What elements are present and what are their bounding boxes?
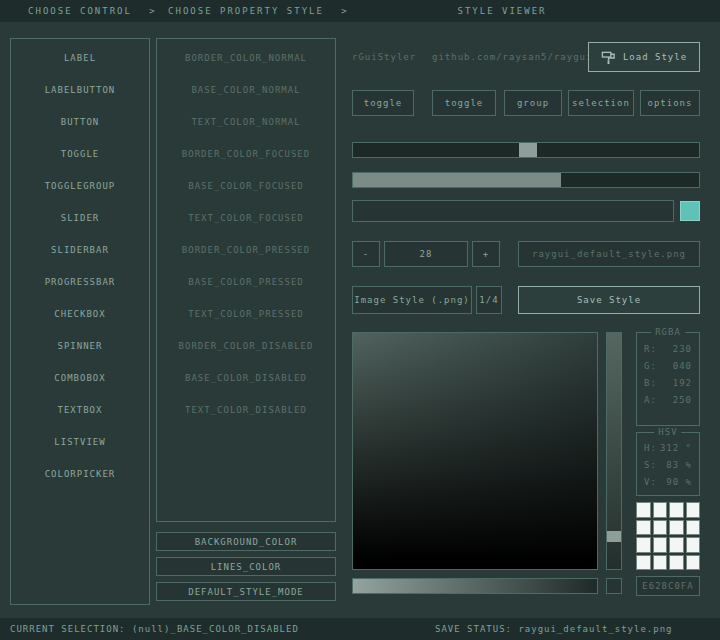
image-style-button[interactable]: Image Style (.png) <box>352 286 472 314</box>
hue-slider[interactable] <box>606 332 622 570</box>
property-item-border-color-pressed[interactable]: BORDER_COLOR_PRESSED <box>157 238 335 263</box>
lines-color-button[interactable]: LINES_COLOR <box>156 557 336 576</box>
palette-cell[interactable] <box>636 555 651 571</box>
header-bar: CHOOSE CONTROL > CHOOSE PROPERTY STYLE >… <box>0 0 720 22</box>
alpha-slider[interactable] <box>352 578 598 594</box>
control-item-colorpicker[interactable]: COLORPICKER <box>11 462 149 487</box>
hsv-hue-row: H: 312 ° <box>637 440 699 457</box>
text-input[interactable] <box>352 200 674 222</box>
property-item-text-color-disabled[interactable]: TEXT_COLOR_DISABLED <box>157 398 335 423</box>
rgba-red-value: 230 <box>673 341 692 358</box>
hue-slider-handle[interactable] <box>607 531 621 542</box>
palette-cell[interactable] <box>669 555 684 571</box>
property-item-border-color-normal[interactable]: BORDER_COLOR_NORMAL <box>157 46 335 71</box>
property-item-base-color-focused[interactable]: BASE_COLOR_FOCUSED <box>157 174 335 199</box>
control-item-sliderbar[interactable]: SLIDERBAR <box>11 238 149 263</box>
rgba-blue-row: B: 192 <box>637 375 699 392</box>
rgba-blue-value: 192 <box>673 375 692 392</box>
control-item-listview[interactable]: LISTVIEW <box>11 430 149 455</box>
property-item-base-color-pressed[interactable]: BASE_COLOR_PRESSED <box>157 270 335 295</box>
palette-cell[interactable] <box>686 520 701 536</box>
current-selection-status: CURRENT SELECTION: (null)_BASE_COLOR_DIS… <box>10 618 299 640</box>
palette-cell[interactable] <box>636 537 651 553</box>
default-style-mode-button[interactable]: DEFAULT_STYLE_MODE <box>156 582 336 601</box>
repo-link[interactable]: github.com/raysan5/raygui <box>432 52 592 62</box>
rgba-alpha-label: A: <box>644 392 657 409</box>
rgba-green-label: G: <box>644 358 657 375</box>
control-item-spinner[interactable]: SPINNER <box>11 334 149 359</box>
palette-cell[interactable] <box>653 555 668 571</box>
spinner-plus-button[interactable]: + <box>472 241 500 267</box>
slider-bar-fill <box>353 173 561 187</box>
toggle-button-selection[interactable]: selection <box>568 90 634 116</box>
brand-label: rGuiStyler <box>352 52 416 62</box>
palette-cell[interactable] <box>653 537 668 553</box>
palette-cell[interactable] <box>686 555 701 571</box>
hsv-saturation-label: S: <box>644 457 657 474</box>
property-item-border-color-disabled[interactable]: BORDER_COLOR_DISABLED <box>157 334 335 359</box>
load-style-label: Load Style <box>623 52 687 62</box>
spinner-minus-button[interactable]: - <box>352 241 380 267</box>
rgba-title: RGBA <box>651 327 685 338</box>
alpha-checkbox[interactable] <box>606 578 622 594</box>
property-list: BORDER_COLOR_NORMAL BASE_COLOR_NORMAL TE… <box>156 38 336 522</box>
slider-handle[interactable] <box>519 143 537 157</box>
palette-cell[interactable] <box>636 502 651 518</box>
palette-cell[interactable] <box>653 502 668 518</box>
control-item-toggle[interactable]: TOGGLE <box>11 142 149 167</box>
style-filename-input[interactable]: raygui_default_style.png <box>518 241 700 267</box>
rgba-alpha-value: 250 <box>673 392 692 409</box>
rgba-green-row: G: 040 <box>637 358 699 375</box>
hex-color-input[interactable]: E628C0FA <box>636 576 700 596</box>
header-choose-control: CHOOSE CONTROL <box>10 0 150 22</box>
rgba-alpha-row: A: 250 <box>637 392 699 409</box>
palette-cell[interactable] <box>669 520 684 536</box>
palette-cell[interactable] <box>653 520 668 536</box>
palette-cell[interactable] <box>669 537 684 553</box>
background-color-button[interactable]: BACKGROUND_COLOR <box>156 532 336 551</box>
control-item-label[interactable]: LABEL <box>11 46 149 71</box>
control-item-combobox[interactable]: COMBOBOX <box>11 366 149 391</box>
control-item-checkbox[interactable]: CHECKBOX <box>11 302 149 327</box>
load-style-button[interactable]: Load Style <box>588 42 700 72</box>
page-indicator: 1/4 <box>476 286 502 314</box>
control-item-progressbar[interactable]: PROGRESSBAR <box>11 270 149 295</box>
toggle-button-1[interactable]: toggle <box>352 90 414 116</box>
property-item-border-color-focused[interactable]: BORDER_COLOR_FOCUSED <box>157 142 335 167</box>
header-choose-property-style: CHOOSE PROPERTY STYLE <box>156 0 336 22</box>
save-status: SAVE STATUS: raygui_default_style.png <box>435 618 672 640</box>
property-item-text-color-normal[interactable]: TEXT_COLOR_NORMAL <box>157 110 335 135</box>
control-item-button[interactable]: BUTTON <box>11 110 149 135</box>
hsv-title: HSV <box>654 427 681 438</box>
color-picker-gradient[interactable] <box>352 332 598 570</box>
toggle-button-options[interactable]: options <box>640 90 700 116</box>
slider[interactable] <box>352 142 700 158</box>
toggle-button-2[interactable]: toggle <box>432 90 496 116</box>
spinner-value[interactable]: 28 <box>384 241 468 267</box>
rgba-blue-label: B: <box>644 375 657 392</box>
palette-cell[interactable] <box>686 537 701 553</box>
property-item-base-color-disabled[interactable]: BASE_COLOR_DISABLED <box>157 366 335 391</box>
hsv-saturation-row: S: 83 % <box>637 457 699 474</box>
header-arrow-2: > <box>338 0 352 22</box>
checkbox[interactable] <box>680 201 700 221</box>
control-item-togglegroup[interactable]: TOGGLEGROUP <box>11 174 149 199</box>
hsv-groupbox: HSV H: 312 ° S: 83 % V: 90 % <box>636 432 700 496</box>
property-item-text-color-focused[interactable]: TEXT_COLOR_FOCUSED <box>157 206 335 231</box>
hsv-value-row: V: 90 % <box>637 474 699 491</box>
hsv-value-label: V: <box>644 474 657 491</box>
hsv-saturation-value: 83 % <box>666 457 692 474</box>
toggle-button-group[interactable]: group <box>504 90 562 116</box>
property-item-base-color-normal[interactable]: BASE_COLOR_NORMAL <box>157 78 335 103</box>
control-item-textbox[interactable]: TEXTBOX <box>11 398 149 423</box>
palette-cell[interactable] <box>669 502 684 518</box>
control-list: LABEL LABELBUTTON BUTTON TOGGLE TOGGLEGR… <box>10 38 150 605</box>
slider-bar[interactable] <box>352 172 700 188</box>
property-item-text-color-pressed[interactable]: TEXT_COLOR_PRESSED <box>157 302 335 327</box>
control-item-labelbutton[interactable]: LABELBUTTON <box>11 78 149 103</box>
rgba-green-value: 040 <box>673 358 692 375</box>
palette-cell[interactable] <box>636 520 651 536</box>
palette-cell[interactable] <box>686 502 701 518</box>
control-item-slider[interactable]: SLIDER <box>11 206 149 231</box>
save-style-button[interactable]: Save Style <box>518 286 700 314</box>
